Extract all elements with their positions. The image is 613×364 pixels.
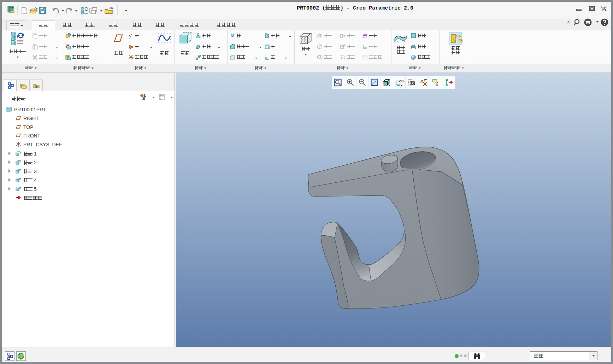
svg-text:AB: AB: [399, 79, 403, 83]
svg-text:Z: Z: [436, 81, 438, 85]
